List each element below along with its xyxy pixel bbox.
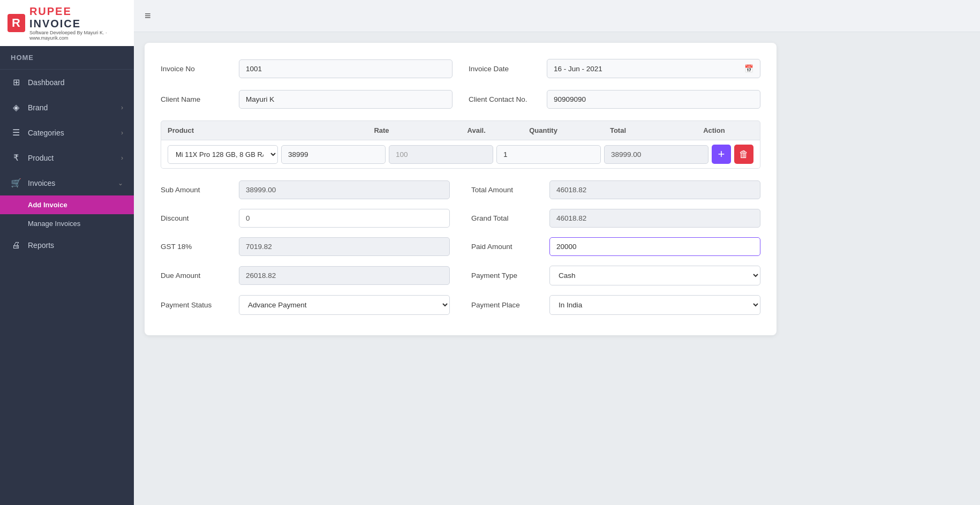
sidebar-item-brand[interactable]: ◈ Brand ›: [0, 95, 134, 120]
amounts-row-4: Due Amount Payment Type Cash Card Online…: [161, 266, 760, 285]
chevron-right-icon: ›: [121, 104, 123, 111]
categories-icon: ☰: [11, 127, 21, 138]
payment-status-select[interactable]: Advance Payment Paid Unpaid: [239, 295, 450, 315]
invoice-date-value: 16 - Jun - 2021: [554, 65, 602, 73]
amounts-row-3: GST 18% Paid Amount: [161, 237, 760, 256]
hamburger-icon[interactable]: ≡: [145, 10, 151, 22]
sidebar-sub-add-invoice[interactable]: Add Invoice: [0, 195, 134, 214]
client-contact-input[interactable]: [547, 90, 760, 109]
quantity-input[interactable]: [496, 145, 601, 164]
client-name-input[interactable]: [239, 90, 453, 109]
sidebar-item-label: Product: [28, 154, 54, 162]
chevron-right-icon: ›: [121, 129, 123, 137]
invoice-no-label: Invoice No: [161, 65, 230, 73]
col-action-header: Action: [698, 126, 753, 134]
sidebar-item-label: Invoices: [28, 179, 55, 187]
sidebar-item-product[interactable]: ₹ Product ›: [0, 145, 134, 170]
brand-icon: ◈: [11, 102, 21, 112]
logo-text: RUPEE INVOICE Software Develoeped By May…: [29, 5, 126, 41]
group-payment-place: Payment Place In India Outside India: [471, 295, 760, 315]
form-card: Invoice No Invoice Date 16 - Jun - 2021 …: [145, 43, 777, 335]
sidebar-logo: R RUPEE INVOICE Software Develoeped By M…: [0, 0, 134, 46]
payment-place-label: Payment Place: [471, 301, 541, 309]
sidebar-item-label: Reports: [28, 241, 54, 250]
col-avail-header: Avail.: [462, 126, 524, 134]
due-amount-label: Due Amount: [161, 272, 230, 280]
col-quantity-header: Quantity: [524, 126, 605, 134]
group-payment-type: Payment Type Cash Card Online Cheque: [471, 266, 760, 285]
paid-amount-label: Paid Amount: [471, 243, 541, 251]
col-rate-cell: [278, 145, 386, 164]
payment-type-label: Payment Type: [471, 272, 541, 280]
col-product-header: Product: [168, 126, 368, 134]
add-product-button[interactable]: +: [712, 145, 731, 164]
payment-type-select[interactable]: Cash Card Online Cheque: [549, 266, 760, 285]
amounts-row-1: Sub Amount Total Amount: [161, 180, 760, 199]
sidebar-item-dashboard[interactable]: ⊞ Dashboard: [0, 70, 134, 95]
total-amount-input: [549, 180, 760, 199]
row-invoice-info: Invoice No Invoice Date 16 - Jun - 2021 …: [161, 59, 760, 78]
grand-total-label: Grand Total: [471, 214, 541, 222]
sidebar-item-label: Brand: [28, 103, 48, 112]
payment-status-label: Payment Status: [161, 301, 230, 309]
total-amount-label: Total Amount: [471, 186, 541, 194]
group-invoice-date: Invoice Date 16 - Jun - 2021 📅: [469, 59, 760, 78]
col-quantity-cell: [493, 145, 601, 164]
product-icon: ₹: [11, 153, 21, 163]
product-table-row: Mi 11X Pro 128 GB, 8 GB RAM, Cosmic Blac…: [161, 140, 760, 169]
sidebar-item-label: Dashboard: [28, 78, 65, 87]
group-invoice-no: Invoice No: [161, 59, 453, 78]
sidebar-home-label: HOME: [0, 46, 134, 70]
sub-amount-input: [239, 180, 450, 199]
group-grand-total: Grand Total: [471, 209, 760, 228]
gst-label: GST 18%: [161, 243, 230, 251]
col-action-cell: + 🗑: [708, 145, 753, 164]
sidebar-sub-manage-invoices[interactable]: Manage Invoices: [0, 214, 134, 233]
client-contact-label: Client Contact No.: [469, 95, 538, 103]
sub-item-label: Add Invoice: [28, 201, 67, 209]
invoices-icon: 🛒: [11, 178, 21, 188]
group-client-contact: Client Contact No.: [469, 90, 760, 109]
sub-amount-label: Sub Amount: [161, 186, 230, 194]
group-due-amount: Due Amount: [161, 266, 450, 285]
dashboard-icon: ⊞: [11, 77, 21, 87]
group-discount: Discount: [161, 209, 450, 228]
rate-input[interactable]: [281, 145, 386, 164]
invoice-date-label: Invoice Date: [469, 65, 538, 73]
discount-label: Discount: [161, 214, 230, 222]
amounts-row-5: Payment Status Advance Payment Paid Unpa…: [161, 295, 760, 315]
chevron-down-icon: ⌄: [118, 179, 123, 187]
col-total-cell: [601, 145, 708, 164]
invoice-date-input[interactable]: 16 - Jun - 2021 📅: [547, 59, 760, 78]
logo-sub: Software Develoeped By Mayuri K. · www.m…: [29, 30, 126, 41]
client-name-label: Client Name: [161, 95, 230, 103]
product-select[interactable]: Mi 11X Pro 128 GB, 8 GB RAM, Cosmic Blac…: [168, 145, 278, 164]
paid-amount-input[interactable]: [549, 237, 760, 256]
sidebar-item-reports[interactable]: 🖨 Reports: [0, 233, 134, 258]
avail-input: [389, 145, 493, 164]
sub-item-label: Manage Invoices: [28, 220, 80, 228]
col-avail-cell: [386, 145, 493, 164]
group-gst: GST 18%: [161, 237, 450, 256]
calendar-icon: 📅: [744, 64, 753, 73]
group-total-amount: Total Amount: [471, 180, 760, 199]
col-product-cell: Mi 11X Pro 128 GB, 8 GB RAM, Cosmic Blac…: [168, 145, 278, 164]
group-payment-status: Payment Status Advance Payment Paid Unpa…: [161, 295, 450, 315]
amounts-row-2: Discount Grand Total: [161, 209, 760, 228]
delete-product-button[interactable]: 🗑: [734, 145, 753, 164]
logo-main: RUPEE INVOICE: [29, 5, 126, 30]
payment-place-select[interactable]: In India Outside India: [549, 295, 760, 315]
gst-input: [239, 237, 450, 256]
row-client-info: Client Name Client Contact No.: [161, 90, 760, 109]
sidebar-item-invoices[interactable]: 🛒 Invoices ⌄: [0, 170, 134, 195]
chevron-right-icon: ›: [121, 154, 123, 162]
invoice-no-input[interactable]: [239, 59, 453, 78]
group-client-name: Client Name: [161, 90, 453, 109]
discount-input[interactable]: [239, 209, 450, 228]
sidebar-nav: ⊞ Dashboard ◈ Brand › ☰ Categories › ₹ P…: [0, 70, 134, 505]
col-rate-header: Rate: [368, 126, 462, 134]
logo-box: R: [7, 14, 25, 32]
sidebar-item-label: Categories: [28, 129, 64, 137]
sidebar-item-categories[interactable]: ☰ Categories ›: [0, 120, 134, 145]
total-input: [604, 145, 708, 164]
